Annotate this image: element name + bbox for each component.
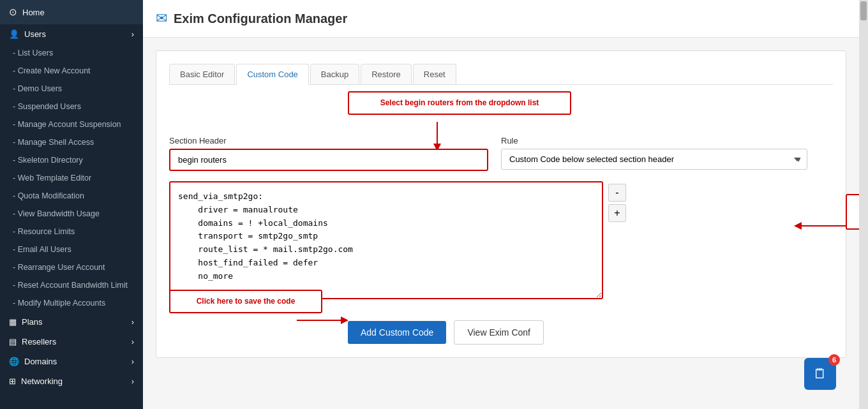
sidebar-item-manage-shell[interactable]: - Manage Shell Access [0, 133, 143, 151]
plans-icon: ▦ [9, 317, 17, 327]
section-header-label: Section Header [169, 136, 488, 145]
notification-icon: 🗒 [813, 366, 827, 382]
code-wrapper: send_via_smtp2go: driver = manualroute d… [169, 181, 833, 301]
sidebar-item-create-account[interactable]: - Create New Account [0, 62, 143, 80]
rule-label: Rule [501, 136, 807, 145]
font-size-controls: - + [608, 184, 626, 222]
tooltip-router-code-wrapper: Enter the router code provided in theSMT… [846, 194, 859, 230]
add-custom-code-button[interactable]: Add Custom Code [348, 321, 446, 344]
sidebar-users-label: Users [24, 29, 46, 39]
page-header: ✉ Exim Configuration Manager [143, 0, 859, 38]
sidebar-item-modify-multiple[interactable]: - Modify Multiple Accounts [0, 294, 143, 312]
sidebar: ⊙ Home 👤 Users › - List Users - Create N… [0, 0, 143, 409]
sidebar-item-suspended-users[interactable]: - Suspended Users [0, 98, 143, 115]
plans-chevron: › [131, 317, 134, 327]
font-decrease-button[interactable]: - [608, 184, 626, 202]
sidebar-item-reset-bandwidth[interactable]: - Reset Account Bandwidth Limit [0, 276, 143, 294]
main-content: ✉ Exim Configuration Manager Basic Edito… [143, 0, 859, 409]
code-textarea[interactable]: send_via_smtp2go: driver = manualroute d… [169, 181, 603, 299]
sidebar-plans[interactable]: ▦ Plans › [0, 312, 143, 332]
arrow-tooltip2 [795, 219, 846, 232]
sidebar-networking[interactable]: ⊞ Networking › [0, 371, 143, 391]
notification-badge: 6 [828, 354, 840, 366]
sidebar-resellers-label: Resellers [22, 337, 56, 346]
sidebar-home[interactable]: ⊙ Home [0, 0, 143, 24]
resellers-chevron: › [131, 337, 134, 346]
domains-icon: 🌐 [9, 357, 19, 366]
sidebar-item-quota[interactable]: - Quota Modification [0, 187, 143, 205]
form-row: Section Header Rule Custom Code below se… [169, 136, 833, 171]
sidebar-item-demo-users[interactable]: - Demo Users [0, 80, 143, 98]
tooltip-select-routers: Select begin routers from the dropdown l… [348, 91, 571, 115]
sidebar-item-list-users[interactable]: - List Users [0, 44, 143, 62]
tab-basic-editor[interactable]: Basic Editor [169, 64, 235, 85]
rule-select[interactable]: Custom Code below selected section heade… [501, 149, 807, 170]
tab-reset[interactable]: Reset [413, 64, 456, 85]
sidebar-item-resource[interactable]: - Resource Limits [0, 223, 143, 241]
networking-chevron: › [131, 376, 134, 386]
tooltip-router-code: Enter the router code provided in theSMT… [846, 194, 859, 230]
home-icon: ⊙ [9, 6, 17, 18]
sidebar-item-skeleton[interactable]: - Skeleton Directory [0, 151, 143, 169]
networking-icon: ⊞ [9, 376, 16, 386]
sidebar-domains[interactable]: 🌐 Domains › [0, 352, 143, 371]
tabs-bar: Basic Editor Custom Code Backup Restore … [169, 64, 833, 85]
domains-chevron: › [131, 357, 134, 366]
sidebar-item-bandwidth[interactable]: - View Bandwidth Usage [0, 205, 143, 223]
sidebar-resellers[interactable]: ▤ Resellers › [0, 332, 143, 352]
right-scrollbar[interactable] [859, 0, 868, 409]
sidebar-item-rearrange[interactable]: - Rearrange User Account [0, 258, 143, 276]
sidebar-networking-label: Networking [21, 376, 63, 386]
page-title: Exim Configuration Manager [174, 11, 347, 26]
sidebar-domains-label: Domains [24, 357, 57, 366]
float-notification-button[interactable]: 🗒 6 [804, 358, 836, 390]
view-exim-conf-button[interactable]: View Exim Conf [454, 320, 544, 345]
tab-restore[interactable]: Restore [361, 64, 412, 85]
sidebar-home-label: Home [22, 8, 45, 17]
section-header-group: Section Header [169, 136, 488, 171]
font-increase-button[interactable]: + [608, 204, 626, 222]
rule-group: Rule Custom Code below selected section … [501, 136, 807, 170]
sidebar-item-manage-suspension[interactable]: - Manage Account Suspension [0, 115, 143, 133]
main-card: Basic Editor Custom Code Backup Restore … [156, 50, 846, 358]
scroll-thumb[interactable] [860, 1, 867, 20]
sidebar-users[interactable]: 👤 Users › [0, 24, 143, 44]
sidebar-item-email-all[interactable]: - Email All Users [0, 241, 143, 258]
users-icon: 👤 [9, 29, 19, 39]
email-icon: ✉ [156, 10, 167, 27]
tab-backup[interactable]: Backup [310, 64, 359, 85]
tab-custom-code[interactable]: Custom Code [236, 64, 308, 85]
sidebar-item-web-template[interactable]: - Web Template Editor [0, 169, 143, 187]
action-row: Click here to save the code Add Custom C… [169, 320, 833, 345]
tooltip-save-code: Click here to save the code [169, 290, 322, 313]
section-header-input[interactable] [169, 149, 488, 171]
content-area: Basic Editor Custom Code Backup Restore … [143, 38, 859, 409]
arrow-tooltip3 [297, 314, 348, 327]
users-chevron: › [131, 29, 134, 39]
resellers-icon: ▤ [9, 337, 17, 346]
textarea-container: send_via_smtp2go: driver = manualroute d… [169, 181, 603, 301]
sidebar-plans-label: Plans [22, 317, 43, 327]
